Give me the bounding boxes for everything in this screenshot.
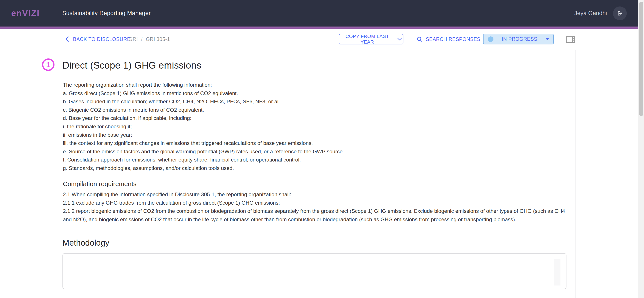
- toolbar: BACK TO DISCLOSURE GRI / GRI 305-1 COPY …: [0, 29, 638, 50]
- app-area: enVIZI Sustainability Reporting Manager …: [0, 0, 638, 298]
- side-panel-icon: [566, 36, 575, 43]
- page-scrollbar-thumb[interactable]: [639, 2, 643, 116]
- brand-accent-bar: [0, 27, 638, 29]
- question-number: 1: [46, 61, 50, 69]
- guidance-text: The reporting organization shall report …: [63, 81, 567, 172]
- methodology-heading: Methodology: [62, 237, 110, 248]
- back-link-label: BACK TO DISCLOSURE: [73, 37, 130, 42]
- breadcrumb-parent: GRI: [128, 37, 138, 42]
- search-icon: [416, 36, 422, 42]
- compilation-line: 2.1 When compiling the information speci…: [63, 190, 567, 199]
- guidance-line: g. Standards, methodologies, assumptions…: [63, 164, 567, 172]
- guidance-line: b. Gases included in the calculation; wh…: [63, 98, 567, 106]
- app-title: Sustainability Reporting Manager: [62, 10, 151, 17]
- status-dot-icon: [488, 37, 494, 42]
- guidance-line: c. Biogenic CO2 emissions in metric tons…: [63, 106, 567, 114]
- question-title: Direct (Scope 1) GHG emissions: [62, 59, 201, 72]
- caret-down-icon: [546, 38, 549, 40]
- guidance-line: a. Gross direct (Scope 1) GHG emissions …: [63, 89, 567, 98]
- right-panel-collapsed: [576, 50, 638, 298]
- breadcrumb: GRI / GRI 305-1: [128, 29, 170, 50]
- compilation-text: 2.1 When compiling the information speci…: [63, 190, 567, 224]
- copy-from-last-year-button[interactable]: COPY FROM LAST YEAR: [339, 34, 404, 45]
- back-to-disclosure-link[interactable]: BACK TO DISCLOSURE: [65, 29, 130, 50]
- app-window: enVIZI Sustainability Reporting Manager …: [0, 0, 644, 298]
- methodology-field-wrapper: [62, 253, 566, 289]
- chevron-left-icon: [65, 36, 69, 42]
- breadcrumb-separator: /: [141, 37, 142, 42]
- user-name: Jeya Gandhi: [574, 10, 607, 17]
- textarea-scrollbar[interactable]: [554, 259, 560, 285]
- status-label: IN PROGRESS: [494, 36, 546, 42]
- compilation-line: 2.1.1 exclude any GHG trades from the ca…: [63, 199, 567, 207]
- copy-button-label: COPY FROM LAST YEAR: [340, 34, 394, 45]
- brand-logo[interactable]: enVIZI: [0, 0, 51, 27]
- app-header: enVIZI Sustainability Reporting Manager …: [0, 0, 638, 27]
- guidance-line: The reporting organization shall report …: [63, 81, 567, 89]
- logout-button[interactable]: [613, 7, 627, 20]
- methodology-textarea[interactable]: [62, 253, 566, 289]
- page-scrollbar[interactable]: [638, 0, 644, 298]
- chevron-down-icon: [398, 38, 402, 41]
- guidance-line: d. Base year for the calculation, if app…: [63, 114, 567, 122]
- search-button-label: SEARCH RESPONSES: [426, 37, 480, 42]
- status-dropdown[interactable]: IN PROGRESS: [483, 34, 554, 45]
- guidance-line: f. Consolidation approach for emissions;…: [63, 156, 567, 164]
- search-responses-button[interactable]: SEARCH RESPONSES: [416, 29, 480, 50]
- question-number-badge: 1: [42, 59, 54, 71]
- breadcrumb-current: GRI 305-1: [146, 37, 170, 42]
- compilation-line: 2.1.2 report biogenic emissions of CO2 f…: [63, 207, 567, 224]
- side-panel-toggle-button[interactable]: [566, 35, 576, 44]
- guidance-line: ii. emissions in the base year;: [63, 131, 567, 139]
- compilation-heading: Compilation requirements: [63, 180, 136, 188]
- main-content: 1 Direct (Scope 1) GHG emissions The rep…: [0, 50, 638, 298]
- guidance-line: i. the rationale for choosing it;: [63, 122, 567, 131]
- guidance-line: iii. the context for any significant cha…: [63, 139, 567, 147]
- guidance-line: e. Source of the emission factors and th…: [63, 147, 567, 156]
- brand-logo-text: enVIZI: [11, 9, 40, 18]
- sign-out-icon: [617, 10, 623, 17]
- header-right-group: Jeya Gandhi: [574, 7, 627, 20]
